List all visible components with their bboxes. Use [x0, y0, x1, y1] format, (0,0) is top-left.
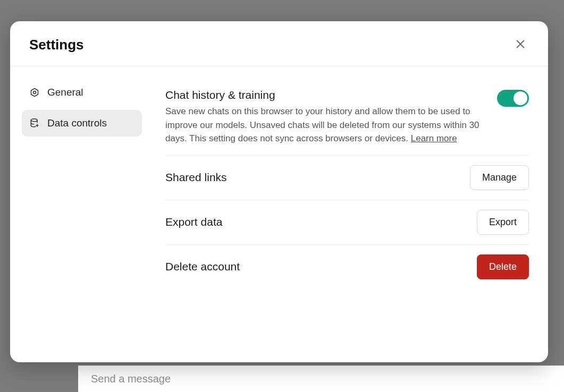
- chat-history-toggle[interactable]: [497, 90, 529, 107]
- section-export-data: Export data Export: [165, 200, 529, 245]
- chat-input-placeholder[interactable]: Send a message: [91, 373, 171, 385]
- section-text: Export data: [165, 216, 464, 228]
- section-title: Export data: [165, 216, 464, 228]
- chat-input-container: Send a message: [78, 365, 564, 392]
- settings-sidebar: General Data controls: [10, 66, 154, 362]
- section-text: Delete account: [165, 260, 464, 273]
- delete-account-button[interactable]: Delete: [477, 254, 529, 279]
- section-title: Shared links: [165, 171, 457, 184]
- export-data-button[interactable]: Export: [477, 210, 529, 235]
- section-text: Shared links: [165, 171, 457, 184]
- section-title: Delete account: [165, 260, 464, 273]
- close-icon: [515, 38, 526, 52]
- learn-more-link[interactable]: Learn more: [411, 133, 457, 143]
- sidebar-item-label: General: [47, 87, 83, 98]
- close-button[interactable]: [512, 36, 529, 53]
- sidebar-item-data-controls[interactable]: Data controls: [22, 110, 142, 137]
- svg-point-3: [31, 119, 37, 122]
- section-chat-history: Chat history & training Save new chats o…: [165, 79, 529, 156]
- svg-point-2: [33, 91, 36, 94]
- sidebar-item-general[interactable]: General: [22, 79, 142, 106]
- settings-modal: Settings General: [10, 21, 548, 362]
- settings-main: Chat history & training Save new chats o…: [154, 66, 548, 362]
- section-shared-links: Shared links Manage: [165, 156, 529, 200]
- section-delete-account: Delete account Delete: [165, 245, 529, 289]
- modal-body: General Data controls Chat h: [10, 66, 548, 362]
- database-icon: [29, 118, 40, 129]
- modal-header: Settings: [10, 21, 548, 66]
- section-text: Chat history & training Save new chats o…: [165, 89, 484, 146]
- section-description: Save new chats on this browser to your h…: [165, 105, 484, 146]
- modal-title: Settings: [29, 37, 84, 53]
- section-title: Chat history & training: [165, 89, 484, 101]
- toggle-knob: [514, 91, 527, 105]
- gear-icon: [29, 87, 40, 98]
- manage-shared-links-button[interactable]: Manage: [470, 165, 529, 190]
- sidebar-item-label: Data controls: [47, 117, 107, 129]
